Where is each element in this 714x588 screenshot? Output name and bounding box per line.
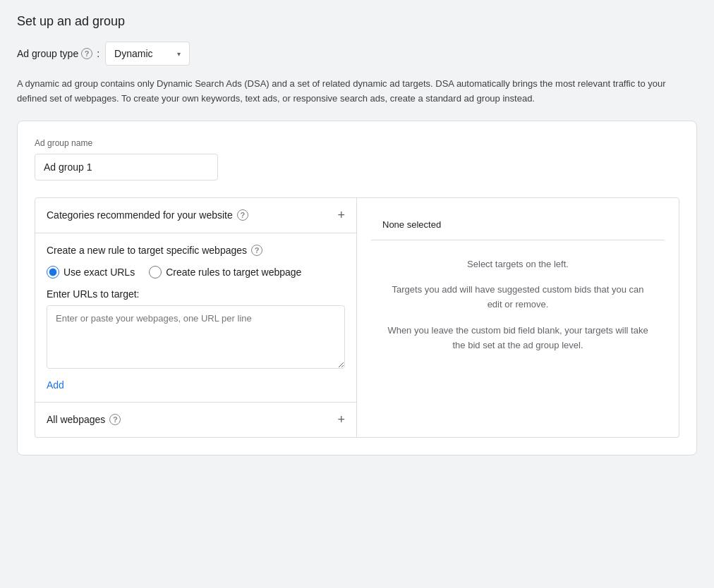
ad-group-type-dropdown[interactable]: Dynamic ▾ [105, 42, 190, 66]
main-card: Ad group name Categories recommended for… [17, 121, 697, 455]
description-text: A dynamic ad group contains only Dynamic… [17, 77, 694, 106]
ad-group-type-colon: : [97, 48, 99, 59]
targeting-grid: Categories recommended for your website … [35, 198, 679, 437]
targeting-section: Categories recommended for your website … [35, 197, 679, 438]
rule-title: Create a new rule to target specific web… [47, 245, 345, 256]
categories-add-icon[interactable]: + [337, 208, 345, 223]
url-textarea[interactable] [47, 305, 345, 369]
none-selected-text: None selected [371, 209, 665, 240]
all-webpages-text: All webpages [47, 414, 105, 425]
ad-group-type-text: Ad group type [17, 48, 78, 59]
all-webpages-help-icon[interactable]: ? [109, 414, 121, 425]
ad-group-type-help-icon[interactable]: ? [81, 48, 92, 59]
use-exact-urls-radio[interactable] [47, 266, 59, 278]
rule-help-icon[interactable]: ? [251, 245, 262, 256]
targeting-left: Categories recommended for your website … [35, 198, 357, 437]
create-rules-radio[interactable] [149, 266, 162, 278]
ad-group-type-row: Ad group type ? : Dynamic ▾ [17, 42, 697, 66]
instruction-1: Select targets on the left. [385, 257, 651, 272]
instruction-2: Targets you add will have suggested cust… [385, 283, 651, 312]
dropdown-arrow-icon: ▾ [177, 50, 181, 58]
categories-row: Categories recommended for your website … [35, 198, 356, 233]
instruction-3: When you leave the custom bid field blan… [385, 324, 651, 353]
rule-title-text: Create a new rule to target specific web… [47, 245, 247, 256]
rule-section: Create a new rule to target specific web… [35, 233, 356, 403]
page-title: Set up an ad group [17, 14, 697, 29]
categories-text: Categories recommended for your website [47, 209, 233, 221]
use-exact-urls-label: Use exact URLs [63, 267, 135, 278]
all-webpages-label: All webpages ? [47, 414, 121, 425]
create-rules-label: Create rules to target webpage [166, 267, 301, 278]
ad-group-type-selected: Dynamic [114, 48, 152, 59]
use-exact-urls-option[interactable]: Use exact URLs [47, 266, 135, 278]
create-rules-option[interactable]: Create rules to target webpage [149, 266, 301, 278]
targeting-right: None selected Select targets on the left… [357, 198, 679, 437]
url-type-radio-group: Use exact URLs Create rules to target we… [47, 266, 345, 278]
ad-group-name-label: Ad group name [35, 138, 679, 148]
url-target-label: Enter URLs to target: [47, 288, 345, 300]
all-webpages-row: All webpages ? + [35, 403, 356, 437]
ad-group-name-input[interactable] [35, 154, 218, 180]
right-instructions: Select targets on the left. Targets you … [371, 240, 665, 370]
categories-help-icon[interactable]: ? [237, 209, 248, 221]
all-webpages-add-icon[interactable]: + [337, 412, 345, 427]
categories-label: Categories recommended for your website … [47, 209, 248, 221]
add-link[interactable]: Add [47, 379, 64, 391]
ad-group-type-label: Ad group type ? : [17, 48, 99, 59]
